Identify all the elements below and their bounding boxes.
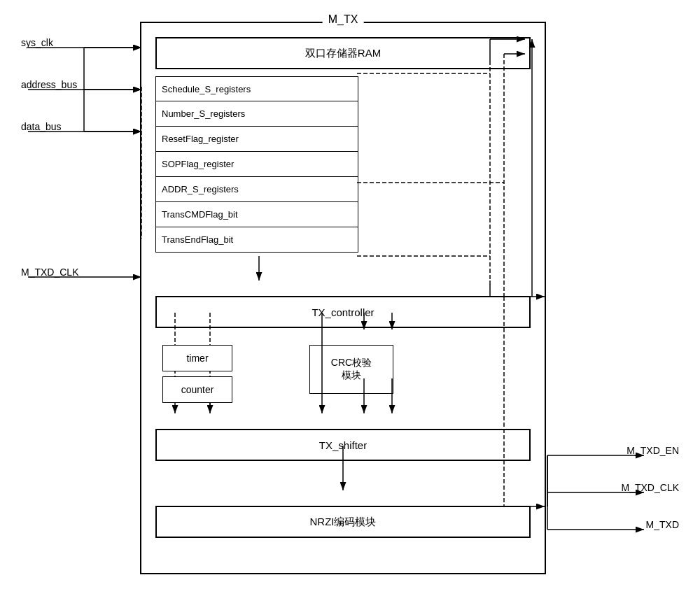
timer-label: timer	[186, 353, 208, 364]
reg-box-6: TransEndFlag_bit	[155, 227, 358, 253]
data-bus-label: data_bus	[21, 121, 62, 132]
tx-controller-box: TX_controller	[155, 296, 531, 328]
reg-box-2: ResetFlag_register	[155, 127, 358, 152]
nrzi-box: NRZI编码模块	[155, 506, 531, 538]
diagram: M_TX 双口存储器RAM Schedule_S_registers Numbe…	[14, 8, 686, 588]
tx-shifter-label: TX_shifter	[319, 439, 367, 451]
m-txd-clk-input-label: M_TXD_CLK	[21, 267, 78, 278]
reg-box-0: Schedule_S_registers	[155, 76, 358, 101]
reg-group: Schedule_S_registers Number_S_registers …	[155, 76, 358, 253]
reg-box-3: SOPFlag_register	[155, 152, 358, 177]
reg-box-5: TransCMDFlag_bit	[155, 202, 358, 227]
main-box: M_TX 双口存储器RAM Schedule_S_registers Numbe…	[140, 22, 546, 574]
crc-label: CRC校验 模块	[331, 357, 372, 382]
counter-label: counter	[181, 384, 214, 395]
address-bus-label: address_bus	[21, 79, 77, 90]
counter-box: counter	[162, 376, 232, 403]
nrzi-label: NRZI编码模块	[310, 516, 377, 529]
timer-box: timer	[162, 345, 232, 371]
tx-shifter-box: TX_shifter	[155, 429, 531, 461]
sys-clk-label: sys_clk	[21, 37, 53, 48]
ram-label: 双口存储器RAM	[305, 47, 381, 60]
m-txd-en-label: M_TXD_EN	[626, 445, 679, 456]
crc-box: CRC校验 模块	[309, 345, 393, 394]
m-txd-clk-output-label: M_TXD_CLK	[622, 482, 679, 493]
tx-controller-label: TX_controller	[312, 306, 374, 318]
main-title: M_TX	[323, 13, 364, 26]
m-txd-label: M_TXD	[646, 519, 679, 530]
ram-box: 双口存储器RAM	[155, 37, 531, 69]
reg-box-1: Number_S_registers	[155, 101, 358, 127]
reg-box-4: ADDR_S_registers	[155, 177, 358, 202]
